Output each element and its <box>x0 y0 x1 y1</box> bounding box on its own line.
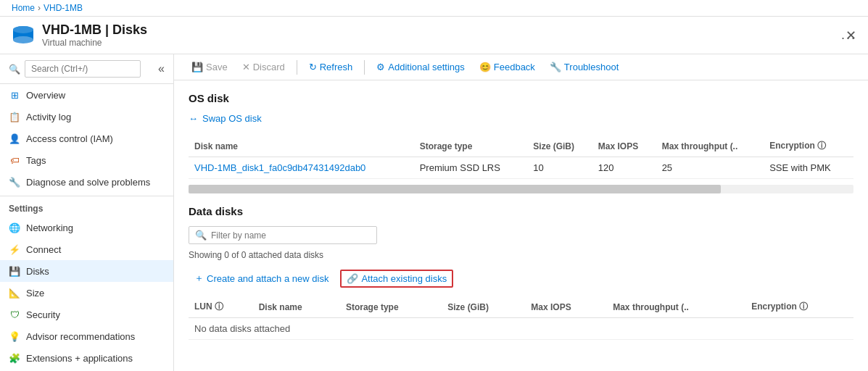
sidebar-label-extensions: Extensions + applications <box>26 353 133 364</box>
sidebar-item-extensions[interactable]: 🧩 Extensions + applications <box>0 347 173 369</box>
sidebar-item-diagnose[interactable]: 🔧 Diagnose and solve problems <box>0 171 173 193</box>
sidebar-item-activity-log[interactable]: 📋 Activity log <box>0 106 173 128</box>
col-size-data: Size (GiB) <box>442 296 525 318</box>
col-disk-name-data: Disk name <box>253 296 340 318</box>
no-data-text: No data disks attached <box>194 317 290 340</box>
feedback-icon: 😊 <box>479 62 491 72</box>
create-attach-button[interactable]: ＋ Create and attach a new disk <box>189 269 334 288</box>
svg-point-3 <box>13 26 33 33</box>
sidebar-label-connect: Connect <box>26 244 61 255</box>
sidebar-item-tags[interactable]: 🏷 Tags <box>0 149 173 171</box>
sidebar-item-iam[interactable]: 👤 Access control (IAM) <box>0 128 173 149</box>
sidebar-label-iam: Access control (IAM) <box>26 133 113 144</box>
refresh-icon: ↻ <box>309 62 317 72</box>
breadcrumb-separator: › <box>38 3 41 13</box>
action-bar: ＋ Create and attach a new disk 🔗 Attach … <box>189 269 853 288</box>
data-disks-section: Data disks 🔍 Showing 0 of 0 attached dat… <box>189 205 853 340</box>
sidebar: 🔍 « ⊞ Overview 📋 Activity log 👤 Access c… <box>0 54 174 371</box>
extensions-icon: 🧩 <box>9 352 20 364</box>
sidebar-label-overview: Overview <box>26 90 65 101</box>
filter-icon: 🔍 <box>195 230 207 241</box>
sidebar-item-advisor[interactable]: 💡 Advisor recommendations <box>0 325 173 347</box>
settings-section-label: Settings <box>0 196 173 217</box>
sidebar-item-connect[interactable]: ⚡ Connect <box>0 238 173 260</box>
toolbar: 💾 Save ✕ Discard ↻ Refresh ⚙ Additional … <box>174 54 868 80</box>
overview-icon: ⊞ <box>9 89 20 101</box>
troubleshoot-button[interactable]: 🔧 Troubleshoot <box>544 59 624 75</box>
os-size: 10 <box>527 157 592 179</box>
sidebar-label-networking: Networking <box>26 222 73 233</box>
page-title: VHD-1MB | Disks <box>42 22 832 38</box>
refresh-button[interactable]: ↻ Refresh <box>303 59 359 75</box>
data-disk-table: LUN ⓘ Disk name Storage type Size (GiB) … <box>189 296 853 340</box>
sidebar-label-security: Security <box>26 309 60 320</box>
close-button[interactable]: ✕ <box>846 28 856 43</box>
sidebar-item-networking[interactable]: 🌐 Networking <box>0 217 173 238</box>
sidebar-item-overview[interactable]: ⊞ Overview <box>0 84 173 106</box>
body: 🔍 « ⊞ Overview 📋 Activity log 👤 Access c… <box>0 54 868 371</box>
os-disk-table: Disk name Storage type Size (GiB) Max IO… <box>189 136 853 179</box>
main-content: 💾 Save ✕ Discard ↻ Refresh ⚙ Additional … <box>174 54 868 371</box>
troubleshoot-icon: 🔧 <box>550 62 561 72</box>
sidebar-label-advisor: Advisor recommendations <box>26 331 135 342</box>
sidebar-item-security[interactable]: 🛡 Security <box>0 304 173 325</box>
col-encryption: Encryption ⓘ <box>764 136 853 157</box>
horizontal-scrollbar[interactable] <box>189 185 853 193</box>
size-icon: 📐 <box>9 287 20 299</box>
header-title-group: VHD-1MB | Disks Virtual machine <box>42 22 832 48</box>
breadcrumb: Home › VHD-1MB <box>0 0 868 17</box>
os-encryption: SSE with PMK <box>764 157 853 179</box>
scrollbar-thumb <box>189 185 721 193</box>
attach-icon: 🔗 <box>347 273 358 284</box>
no-data-row: No data disks attached <box>189 318 853 340</box>
col-lun: LUN ⓘ <box>189 296 253 318</box>
col-max-throughput: Max throughput (.. <box>656 136 764 157</box>
col-encryption-data: Encryption ⓘ <box>745 296 853 318</box>
advisor-icon: 💡 <box>9 330 20 342</box>
collapse-sidebar-button[interactable]: « <box>158 62 165 75</box>
activity-icon: 📋 <box>9 111 20 122</box>
save-button[interactable]: 💾 Save <box>186 59 233 75</box>
search-icon: 🔍 <box>9 64 20 75</box>
disks-icon: 💾 <box>9 265 20 277</box>
col-max-iops-data: Max IOPS <box>525 296 607 318</box>
discard-button[interactable]: ✕ Discard <box>236 59 291 75</box>
connect-icon: ⚡ <box>9 243 20 255</box>
filter-input[interactable] <box>211 230 371 241</box>
settings-icon: ⚙ <box>376 62 385 72</box>
os-max-iops: 120 <box>592 157 656 179</box>
breadcrumb-home[interactable]: Home <box>12 3 35 13</box>
sidebar-item-size[interactable]: 📐 Size <box>0 282 173 304</box>
tags-icon: 🏷 <box>9 154 20 166</box>
iam-icon: 👤 <box>9 133 20 144</box>
table-row: VHD-1MB_disk1_fa0c9db47431492dab0 Premiu… <box>189 157 853 179</box>
col-size: Size (GiB) <box>527 136 592 157</box>
col-max-throughput-data: Max throughput (.. <box>607 296 745 318</box>
col-storage-type: Storage type <box>414 136 528 157</box>
content-area: OS disk ↔ Swap OS disk Disk name Storage… <box>174 80 868 371</box>
showing-text: Showing 0 of 0 attached data disks <box>189 250 853 260</box>
header: VHD-1MB | Disks Virtual machine ... ✕ <box>0 17 868 54</box>
os-disk-name: VHD-1MB_disk1_fa0c9db47431492dab0 <box>189 157 414 179</box>
os-disk-link[interactable]: VHD-1MB_disk1_fa0c9db47431492dab0 <box>194 162 365 173</box>
toolbar-separator <box>297 60 297 75</box>
search-input[interactable] <box>25 60 141 78</box>
diagnose-icon: 🔧 <box>9 176 20 188</box>
security-icon: 🛡 <box>9 309 20 320</box>
sidebar-label-size: Size <box>26 288 44 299</box>
sidebar-item-disks[interactable]: 💾 Disks <box>0 260 173 282</box>
feedback-button[interactable]: 😊 Feedback <box>474 59 541 75</box>
col-disk-name: Disk name <box>189 136 414 157</box>
networking-icon: 🌐 <box>9 222 20 233</box>
sidebar-scroll: ⊞ Overview 📋 Activity log 👤 Access contr… <box>0 84 173 371</box>
sidebar-label-disks: Disks <box>26 266 49 277</box>
toolbar-separator-2 <box>364 60 365 75</box>
swap-os-disk-button[interactable]: ↔ Swap OS disk <box>189 113 853 124</box>
discard-icon: ✕ <box>242 62 250 72</box>
breadcrumb-resource[interactable]: VHD-1MB <box>44 3 83 13</box>
page-subtitle: Virtual machine <box>42 38 832 48</box>
additional-settings-button[interactable]: ⚙ Additional settings <box>371 59 471 75</box>
sidebar-search-bar: 🔍 « <box>0 54 173 84</box>
attach-existing-button[interactable]: 🔗 Attach existing disks <box>340 270 453 288</box>
col-storage-type-data: Storage type <box>340 296 442 318</box>
